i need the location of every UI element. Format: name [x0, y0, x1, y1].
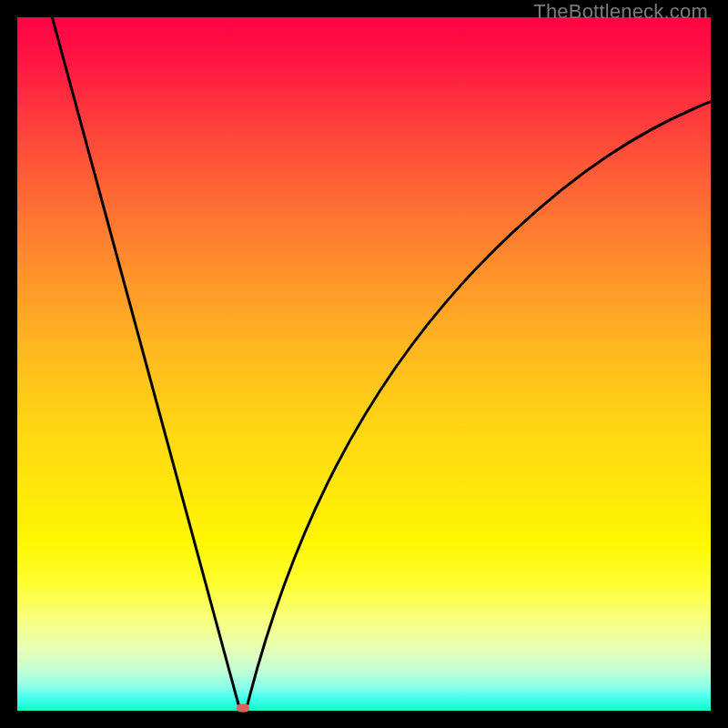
gradient-plot-area	[17, 17, 711, 711]
watermark-text: TheBottleneck.com	[533, 0, 708, 24]
